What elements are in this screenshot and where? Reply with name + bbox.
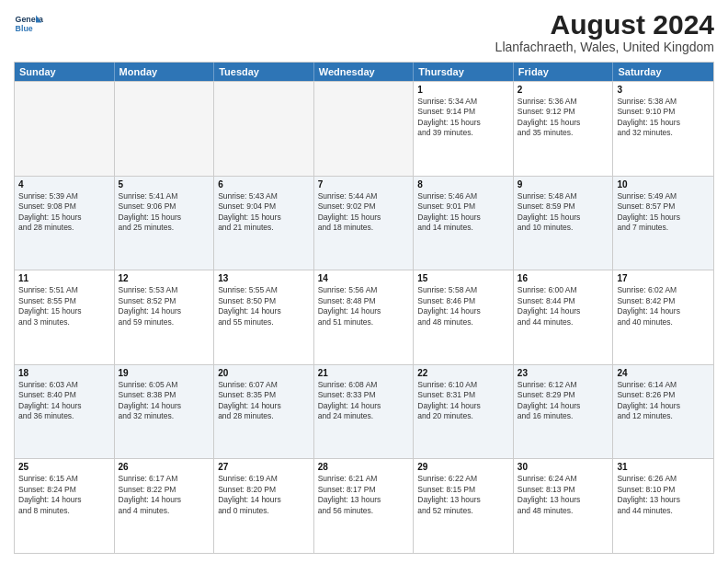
- day-number: 21: [318, 368, 410, 378]
- day-cell-2: 2Sunrise: 5:36 AM Sunset: 9:12 PM Daylig…: [514, 82, 614, 176]
- day-number: 10: [617, 179, 710, 190]
- day-info: Sunrise: 6:14 AM Sunset: 8:26 PM Dayligh…: [617, 380, 710, 422]
- day-info: Sunrise: 6:03 AM Sunset: 8:40 PM Dayligh…: [18, 380, 110, 422]
- logo-icon: General Blue: [14, 9, 43, 39]
- day-info: Sunrise: 6:08 AM Sunset: 8:33 PM Dayligh…: [318, 380, 410, 422]
- day-info: Sunrise: 6:07 AM Sunset: 8:35 PM Dayligh…: [218, 380, 310, 422]
- day-number: 22: [417, 368, 509, 378]
- day-number: 19: [119, 368, 210, 378]
- empty-cell: [115, 82, 215, 176]
- day-info: Sunrise: 5:39 AM Sunset: 9:08 PM Dayligh…: [18, 191, 110, 234]
- main-title: August 2024: [495, 9, 714, 40]
- calendar-row-3: 11Sunrise: 5:51 AM Sunset: 8:55 PM Dayli…: [15, 270, 713, 364]
- header-cell-monday: Monday: [115, 63, 215, 81]
- day-number: 11: [18, 273, 110, 283]
- day-number: 17: [617, 273, 710, 283]
- day-cell-19: 19Sunrise: 6:05 AM Sunset: 8:38 PM Dayli…: [115, 365, 215, 459]
- subtitle: Llanfachraeth, Wales, United Kingdom: [495, 40, 714, 54]
- day-cell-23: 23Sunrise: 6:12 AM Sunset: 8:29 PM Dayli…: [514, 365, 614, 459]
- day-cell-8: 8Sunrise: 5:46 AM Sunset: 9:01 PM Daylig…: [414, 177, 514, 270]
- day-cell-9: 9Sunrise: 5:48 AM Sunset: 8:59 PM Daylig…: [514, 177, 614, 270]
- calendar-row-4: 18Sunrise: 6:03 AM Sunset: 8:40 PM Dayli…: [15, 364, 713, 459]
- day-cell-10: 10Sunrise: 5:49 AM Sunset: 8:57 PM Dayli…: [613, 177, 713, 270]
- svg-text:Blue: Blue: [16, 24, 33, 33]
- day-cell-7: 7Sunrise: 5:44 AM Sunset: 9:02 PM Daylig…: [314, 177, 415, 270]
- day-cell-6: 6Sunrise: 5:43 AM Sunset: 9:04 PM Daylig…: [214, 177, 314, 270]
- day-number: 23: [518, 368, 609, 378]
- day-cell-29: 29Sunrise: 6:22 AM Sunset: 8:15 PM Dayli…: [414, 459, 514, 553]
- day-info: Sunrise: 6:02 AM Sunset: 8:42 PM Dayligh…: [617, 285, 710, 327]
- day-cell-20: 20Sunrise: 6:07 AM Sunset: 8:35 PM Dayli…: [214, 365, 314, 459]
- day-number: 15: [417, 273, 509, 283]
- day-cell-14: 14Sunrise: 5:56 AM Sunset: 8:48 PM Dayli…: [314, 270, 415, 364]
- empty-cell: [314, 82, 415, 176]
- day-info: Sunrise: 5:49 AM Sunset: 8:57 PM Dayligh…: [617, 191, 710, 234]
- day-number: 9: [518, 179, 609, 190]
- day-info: Sunrise: 6:24 AM Sunset: 8:13 PM Dayligh…: [518, 474, 609, 516]
- day-number: 6: [218, 179, 310, 190]
- day-info: Sunrise: 6:15 AM Sunset: 8:24 PM Dayligh…: [18, 474, 110, 516]
- day-number: 7: [318, 179, 410, 190]
- day-cell-11: 11Sunrise: 5:51 AM Sunset: 8:55 PM Dayli…: [15, 270, 115, 364]
- day-info: Sunrise: 5:36 AM Sunset: 9:12 PM Dayligh…: [518, 97, 609, 139]
- day-number: 12: [119, 273, 210, 283]
- day-info: Sunrise: 6:26 AM Sunset: 8:10 PM Dayligh…: [617, 474, 710, 516]
- day-number: 28: [318, 462, 410, 472]
- day-number: 24: [617, 368, 710, 378]
- day-number: 5: [119, 179, 210, 190]
- day-info: Sunrise: 5:51 AM Sunset: 8:55 PM Dayligh…: [18, 285, 110, 327]
- calendar-row-5: 25Sunrise: 6:15 AM Sunset: 8:24 PM Dayli…: [15, 458, 713, 553]
- day-cell-26: 26Sunrise: 6:17 AM Sunset: 8:22 PM Dayli…: [115, 459, 215, 553]
- day-info: Sunrise: 6:21 AM Sunset: 8:17 PM Dayligh…: [318, 474, 410, 516]
- day-info: Sunrise: 6:22 AM Sunset: 8:15 PM Dayligh…: [417, 474, 509, 516]
- header-cell-sunday: Sunday: [15, 63, 115, 81]
- day-cell-16: 16Sunrise: 6:00 AM Sunset: 8:44 PM Dayli…: [514, 270, 614, 364]
- calendar-header: SundayMondayTuesdayWednesdayThursdayFrid…: [15, 63, 713, 81]
- day-number: 29: [417, 462, 509, 472]
- day-info: Sunrise: 5:58 AM Sunset: 8:46 PM Dayligh…: [417, 285, 509, 327]
- day-number: 13: [218, 273, 310, 283]
- day-cell-13: 13Sunrise: 5:55 AM Sunset: 8:50 PM Dayli…: [214, 270, 314, 364]
- header-cell-wednesday: Wednesday: [314, 63, 415, 81]
- day-info: Sunrise: 6:00 AM Sunset: 8:44 PM Dayligh…: [518, 285, 609, 327]
- day-info: Sunrise: 6:05 AM Sunset: 8:38 PM Dayligh…: [119, 380, 210, 422]
- day-cell-31: 31Sunrise: 6:26 AM Sunset: 8:10 PM Dayli…: [613, 459, 713, 553]
- day-info: Sunrise: 6:17 AM Sunset: 8:22 PM Dayligh…: [119, 474, 210, 516]
- day-number: 25: [18, 462, 110, 472]
- day-cell-3: 3Sunrise: 5:38 AM Sunset: 9:10 PM Daylig…: [613, 82, 713, 176]
- day-cell-22: 22Sunrise: 6:10 AM Sunset: 8:31 PM Dayli…: [414, 365, 514, 459]
- day-info: Sunrise: 5:34 AM Sunset: 9:14 PM Dayligh…: [417, 97, 509, 139]
- day-number: 20: [218, 368, 310, 378]
- day-cell-5: 5Sunrise: 5:41 AM Sunset: 9:06 PM Daylig…: [115, 177, 215, 270]
- day-cell-27: 27Sunrise: 6:19 AM Sunset: 8:20 PM Dayli…: [214, 459, 314, 553]
- day-info: Sunrise: 5:43 AM Sunset: 9:04 PM Dayligh…: [218, 191, 310, 234]
- header-cell-thursday: Thursday: [414, 63, 514, 81]
- day-cell-25: 25Sunrise: 6:15 AM Sunset: 8:24 PM Dayli…: [15, 459, 115, 553]
- day-info: Sunrise: 6:10 AM Sunset: 8:31 PM Dayligh…: [417, 380, 509, 422]
- day-number: 2: [518, 85, 609, 95]
- day-info: Sunrise: 6:19 AM Sunset: 8:20 PM Dayligh…: [218, 474, 310, 516]
- empty-cell: [15, 82, 115, 176]
- day-number: 26: [119, 462, 210, 472]
- day-number: 16: [518, 273, 609, 283]
- header-cell-tuesday: Tuesday: [214, 63, 314, 81]
- day-number: 1: [417, 85, 509, 95]
- day-info: Sunrise: 5:38 AM Sunset: 9:10 PM Dayligh…: [617, 97, 710, 139]
- day-number: 31: [617, 462, 710, 472]
- calendar: SundayMondayTuesdayWednesdayThursdayFrid…: [14, 62, 714, 554]
- day-cell-17: 17Sunrise: 6:02 AM Sunset: 8:42 PM Dayli…: [613, 270, 713, 364]
- day-cell-15: 15Sunrise: 5:58 AM Sunset: 8:46 PM Dayli…: [414, 270, 514, 364]
- calendar-row-1: 1Sunrise: 5:34 AM Sunset: 9:14 PM Daylig…: [15, 81, 713, 176]
- day-cell-18: 18Sunrise: 6:03 AM Sunset: 8:40 PM Dayli…: [15, 365, 115, 459]
- day-info: Sunrise: 5:56 AM Sunset: 8:48 PM Dayligh…: [318, 285, 410, 327]
- header-cell-friday: Friday: [514, 63, 614, 81]
- day-info: Sunrise: 5:44 AM Sunset: 9:02 PM Dayligh…: [318, 191, 410, 234]
- day-number: 4: [18, 179, 110, 190]
- day-number: 27: [218, 462, 310, 472]
- day-cell-1: 1Sunrise: 5:34 AM Sunset: 9:14 PM Daylig…: [414, 82, 514, 176]
- day-cell-12: 12Sunrise: 5:53 AM Sunset: 8:52 PM Dayli…: [115, 270, 215, 364]
- calendar-body: 1Sunrise: 5:34 AM Sunset: 9:14 PM Daylig…: [15, 81, 713, 553]
- day-info: Sunrise: 6:12 AM Sunset: 8:29 PM Dayligh…: [518, 380, 609, 422]
- logo: General Blue: [14, 9, 43, 39]
- day-number: 3: [617, 85, 710, 95]
